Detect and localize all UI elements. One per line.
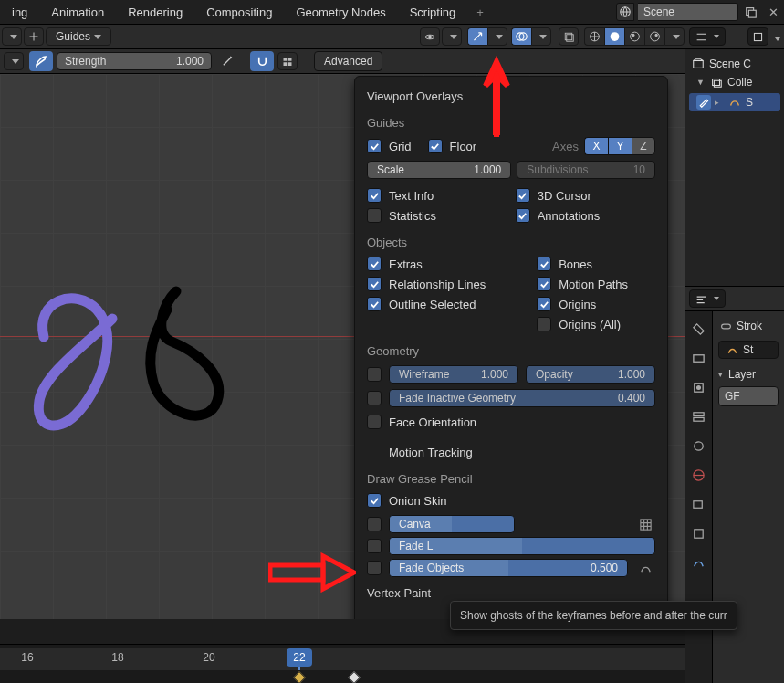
motion-tracking-label[interactable]: Motion Tracking	[389, 446, 473, 459]
wireframe-checkbox[interactable]	[367, 367, 382, 382]
playhead[interactable]: 22	[287, 648, 312, 667]
axis-x-toggle[interactable]: X	[584, 137, 608, 155]
fade-objects-field[interactable]: Fade Objects 0.500	[389, 559, 628, 577]
tab-objectdata[interactable]	[689, 552, 709, 573]
outliner-filter[interactable]	[747, 27, 768, 46]
fade-inactive-checkbox[interactable]	[367, 391, 382, 405]
timeline-ruler[interactable]: 16 18 20 22	[0, 648, 685, 670]
properties-header-dropdown[interactable]	[689, 289, 726, 308]
expand-icon[interactable]: ▼	[696, 78, 706, 87]
tab-render[interactable]	[689, 348, 709, 368]
keyframe[interactable]	[348, 671, 361, 683]
text-info-checkbox[interactable]	[367, 188, 382, 203]
annotations-label: Annotations	[538, 209, 601, 223]
axis-z-toggle[interactable]: Z	[632, 137, 655, 155]
overlays-dropdown[interactable]	[531, 27, 551, 46]
tab-output[interactable]	[689, 377, 709, 397]
outliner[interactable]: Scene C ▼ Colle ▸ S	[685, 49, 784, 287]
extras-checkbox[interactable]	[367, 257, 382, 271]
shading-rendered[interactable]	[644, 27, 664, 46]
scene-name-input[interactable]: Scene	[638, 3, 738, 21]
outliner-collection-row[interactable]: ▼ Colle	[689, 73, 780, 91]
tab-tool[interactable]	[689, 319, 709, 339]
shading-wireframe[interactable]	[584, 27, 604, 46]
tab-compositing[interactable]: Compositing	[194, 5, 284, 19]
outliner-display-mode[interactable]	[689, 27, 726, 46]
face-orientation-checkbox[interactable]	[367, 415, 382, 429]
tab-rendering[interactable]: Rendering	[116, 5, 194, 19]
expand-icon[interactable]: ▸	[715, 98, 724, 107]
tab-modeling[interactable]: ing	[0, 5, 39, 19]
shading-dropdown[interactable]	[664, 27, 685, 46]
canvas-grid-icon[interactable]	[635, 515, 655, 533]
fade-objects-checkbox[interactable]	[367, 561, 382, 575]
visibility-dropdown[interactable]	[442, 27, 462, 46]
tab-collection[interactable]	[689, 494, 709, 514]
tab-scripting[interactable]: Scripting	[398, 5, 468, 19]
advanced-dropdown[interactable]: Advanced	[314, 51, 382, 71]
origins-all-checkbox[interactable]	[537, 317, 551, 331]
snap-settings[interactable]	[277, 52, 298, 70]
gizmo-dropdown[interactable]	[487, 27, 507, 46]
draw-tool-icon[interactable]	[29, 51, 53, 71]
canvas-checkbox[interactable]	[367, 517, 382, 531]
close-scene-button[interactable]: ✕	[764, 3, 782, 21]
draw-tool-dropdown[interactable]	[4, 52, 24, 70]
tab-scene[interactable]	[689, 436, 709, 456]
strength-slider[interactable]: Strength 1.000	[57, 52, 212, 70]
bones-checkbox[interactable]	[537, 257, 551, 271]
gp-data-dropdown[interactable]: St	[718, 341, 779, 359]
timeline[interactable]: 16 18 20 22	[0, 644, 685, 683]
overlays-toggle[interactable]	[511, 27, 531, 46]
wireframe-field[interactable]: Wireframe 1.000	[389, 365, 518, 384]
scale-field[interactable]: Scale 1.000	[367, 161, 511, 179]
snap-toggle[interactable]	[250, 51, 274, 71]
motion-paths-checkbox[interactable]	[537, 277, 551, 291]
fade-objects-icon[interactable]	[635, 559, 655, 577]
tab-object[interactable]	[689, 523, 709, 543]
editor-type-dropdown[interactable]	[2, 27, 22, 46]
keyframe[interactable]	[293, 671, 306, 683]
strength-value: 1.000	[176, 55, 204, 68]
layers-panel-header[interactable]: ▾ Layer	[718, 368, 779, 381]
subdivisions-field[interactable]: Subdivisions 10	[517, 161, 655, 179]
svg-rect-14	[284, 58, 287, 61]
viewport-3d[interactable]: Viewport Overlays Guides Grid Floor Axes…	[0, 74, 685, 619]
outliner-scene-row[interactable]: Scene C	[689, 55, 780, 73]
fade-layers-field[interactable]: Fade L	[389, 537, 655, 555]
fade-inactive-field[interactable]: Fade Inactive Geometry 0.400	[389, 389, 655, 407]
gizmo-toggle[interactable]	[467, 27, 487, 46]
onion-skin-checkbox[interactable]	[367, 493, 382, 508]
add-workspace-button[interactable]: +	[467, 5, 493, 19]
scene-browse-icon[interactable]	[616, 3, 634, 21]
outline-selected-checkbox[interactable]	[367, 297, 382, 311]
guides-dropdown[interactable]: Guides	[46, 27, 111, 46]
svg-rect-26	[694, 412, 704, 415]
tab-world[interactable]	[689, 465, 709, 485]
relationship-lines-checkbox[interactable]	[367, 277, 382, 291]
pressure-icon[interactable]	[215, 51, 239, 71]
statistics-checkbox[interactable]	[367, 208, 382, 223]
grid-checkbox[interactable]	[367, 139, 382, 153]
new-scene-button[interactable]	[742, 3, 760, 21]
layer-item[interactable]: GF	[718, 386, 779, 406]
axis-y-toggle[interactable]: Y	[608, 137, 632, 155]
canvas-field[interactable]: Canva	[389, 515, 515, 533]
fade-layers-checkbox[interactable]	[367, 539, 382, 553]
annotations-checkbox[interactable]	[516, 208, 530, 223]
xray-toggle[interactable]	[559, 27, 579, 46]
shading-solid[interactable]	[604, 27, 624, 46]
pivot-icon[interactable]	[24, 27, 44, 46]
shading-material[interactable]	[624, 27, 644, 46]
svg-point-11	[632, 34, 634, 37]
outliner-filter-dropdown[interactable]	[772, 30, 780, 44]
visibility-icon[interactable]	[420, 27, 440, 46]
opacity-field[interactable]: Opacity 1.000	[526, 365, 655, 384]
tab-viewlayer[interactable]	[689, 406, 709, 426]
floor-checkbox[interactable]	[428, 139, 443, 153]
tab-geometry-nodes[interactable]: Geometry Nodes	[284, 5, 397, 19]
cursor3d-checkbox[interactable]	[516, 188, 530, 203]
origins-checkbox[interactable]	[537, 297, 551, 311]
tab-animation[interactable]: Animation	[39, 5, 116, 19]
outliner-stroke-row[interactable]: ▸ S	[689, 93, 780, 111]
